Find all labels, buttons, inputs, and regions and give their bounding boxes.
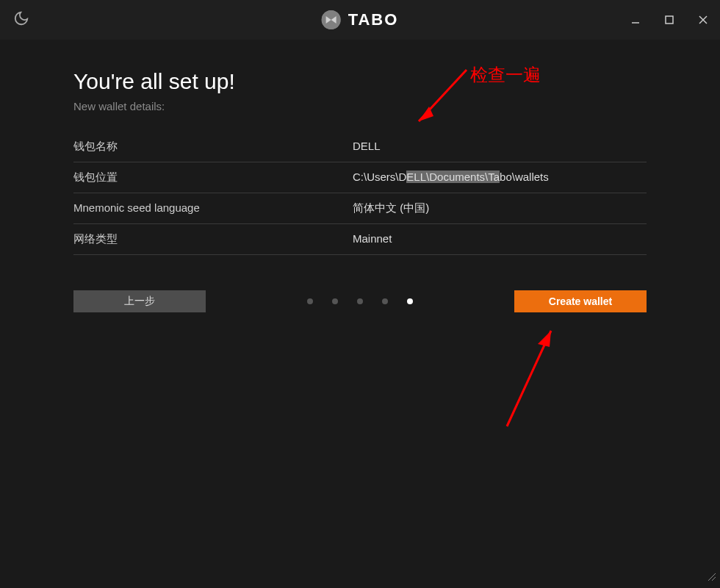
location-post: bo\wallets (500, 171, 549, 183)
page-title: You're all set up! (73, 69, 647, 94)
wallet-details-table: 钱包名称 DELL 钱包位置 C:\Users\DELL\Documents\T… (73, 132, 647, 255)
maximize-button[interactable] (652, 0, 686, 40)
pagination-dots (307, 298, 413, 304)
svg-line-10 (712, 577, 716, 581)
wallet-name-label: 钱包名称 (73, 140, 353, 154)
window-controls (619, 0, 720, 40)
footer-controls: 上一步 Create wallet (73, 290, 647, 312)
pagination-dot[interactable] (382, 298, 388, 304)
pagination-dot-active[interactable] (407, 298, 413, 304)
table-row-wallet-name: 钱包名称 DELL (73, 132, 647, 162)
table-row-seed-language: Mnemonic seed language 简体中文 (中国) (73, 193, 647, 224)
app-name: TABO (348, 10, 399, 29)
close-button[interactable] (686, 0, 720, 40)
pagination-dot[interactable] (332, 298, 338, 304)
annotation-label: 检查一遍 (470, 63, 541, 87)
pagination-dot[interactable] (357, 298, 363, 304)
app-title: TABO (322, 10, 399, 29)
resize-icon (707, 572, 717, 582)
network-type-value: Mainnet (353, 232, 647, 246)
seed-language-value: 简体中文 (中国) (353, 201, 647, 215)
table-row-network-type: 网络类型 Mainnet (73, 224, 647, 255)
annotation-arrow-bottom (492, 316, 566, 434)
pagination-dot[interactable] (307, 298, 313, 304)
moon-icon (13, 10, 29, 26)
wallet-location-label: 钱包位置 (73, 171, 353, 184)
theme-toggle-button[interactable] (13, 10, 29, 29)
titlebar: TABO (0, 0, 720, 40)
location-pre: C:\Users\D (353, 171, 406, 183)
svg-line-9 (708, 573, 716, 581)
resize-handle[interactable] (707, 572, 717, 585)
previous-button[interactable]: 上一步 (73, 290, 206, 312)
page-subtitle: New wallet details: (73, 100, 647, 112)
minimize-icon (630, 15, 641, 25)
table-row-wallet-location: 钱包位置 C:\Users\DELL\Documents\Tabo\wallet… (73, 162, 647, 193)
app-logo-icon (322, 10, 341, 29)
svg-marker-8 (538, 331, 551, 347)
seed-language-label: Mnemonic seed language (73, 201, 353, 215)
wallet-location-value[interactable]: C:\Users\DELL\Documents\Tabo\wallets (353, 171, 647, 184)
svg-line-7 (507, 331, 551, 426)
location-selected-text: ELL\Documents\Ta (406, 171, 500, 183)
create-wallet-button[interactable]: Create wallet (514, 290, 647, 312)
svg-rect-2 (666, 16, 673, 24)
close-icon (698, 15, 708, 25)
maximize-icon (664, 15, 674, 25)
network-type-label: 网络类型 (73, 232, 353, 246)
main-content: You're all set up! New wallet details: 钱… (0, 40, 720, 255)
minimize-button[interactable] (619, 0, 652, 40)
wallet-name-value: DELL (353, 140, 647, 154)
